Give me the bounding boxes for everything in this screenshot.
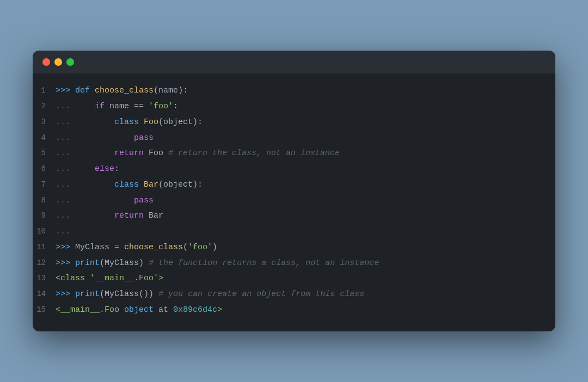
code-line: 5 ... return Foo # return the class, not… <box>33 146 555 162</box>
code-line: 12 >>> print(MyClass) # the function ret… <box>33 256 555 272</box>
code-line: 4 ... pass <box>33 131 555 146</box>
code-line: 11 >>> MyClass = choose_class('foo') <box>33 240 555 256</box>
minimize-button[interactable] <box>54 58 62 66</box>
close-button[interactable] <box>42 58 50 66</box>
code-line: 14 >>> print(MyClass()) # you can create… <box>33 287 555 303</box>
titlebar <box>33 51 555 73</box>
code-line: 13 <class '__main__.Foo'> <box>33 271 555 287</box>
code-line: 15 <__main__.Foo object at 0x89c6d4c> <box>33 303 555 318</box>
code-line: 8 ... pass <box>33 193 555 209</box>
code-line: 9 ... return Bar <box>33 208 555 224</box>
code-window: 1 >>> def choose_class(name): 2 ... if n… <box>33 51 555 331</box>
code-line: 6 ... else: <box>33 162 555 177</box>
code-line: 10 ... <box>33 224 555 240</box>
maximize-button[interactable] <box>66 58 74 66</box>
code-line: 7 ... class Bar(object): <box>33 177 555 193</box>
code-line: 2 ... if name == 'foo': <box>33 99 555 115</box>
code-line: 3 ... class Foo(object): <box>33 115 555 131</box>
code-line: 1 >>> def choose_class(name): <box>33 83 555 99</box>
code-editor: 1 >>> def choose_class(name): 2 ... if n… <box>33 73 555 331</box>
